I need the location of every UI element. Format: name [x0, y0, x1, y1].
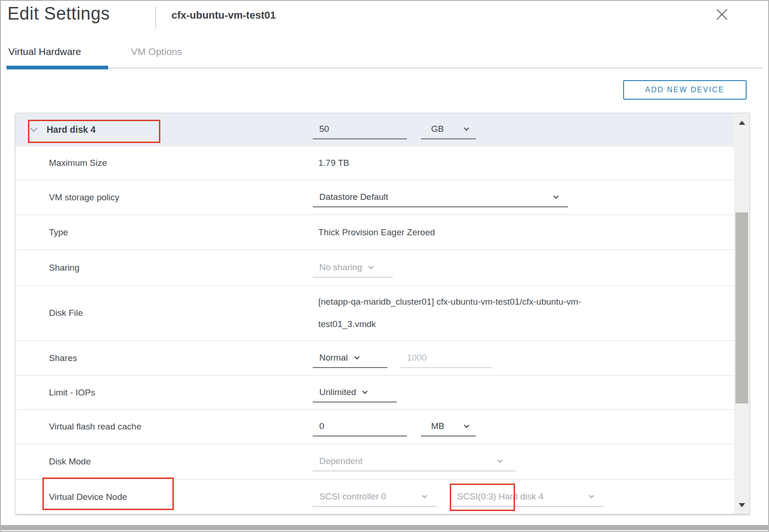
row-flash-read-cache: Virtual flash read cache 0 MB — [15, 410, 734, 444]
title-divider — [155, 7, 156, 29]
row-disk-mode: Disk Mode Dependent — [15, 444, 734, 480]
shares-value: Normal — [319, 353, 348, 362]
storage-policy-value: Datastore Default — [319, 192, 388, 202]
chevron-down-icon — [464, 423, 469, 428]
row-sharing: Sharing No sharing — [15, 250, 734, 286]
row-virtual-device-node: Virtual Device Node SCSI controller 0 SC… — [15, 480, 734, 514]
scsi-controller-value: SCSI controller 0 — [319, 491, 386, 501]
shares-select[interactable]: Normal — [313, 348, 387, 368]
chevron-down-icon — [553, 193, 558, 198]
chevron-down-icon — [354, 354, 359, 359]
chevron-down-icon — [363, 389, 368, 394]
edit-settings-dialog: Edit Settings cfx-ubuntu-vm-test01 Virtu… — [0, 0, 769, 532]
row-shares: Shares Normal 1000 — [15, 341, 734, 376]
chevron-down-icon — [589, 493, 594, 498]
chevron-down-icon — [464, 125, 469, 130]
arrow-down-icon[interactable] — [739, 503, 745, 507]
shares-custom-input[interactable]: 1000 — [400, 348, 492, 368]
page-title: Edit Settings — [7, 4, 110, 24]
chevron-down-icon[interactable] — [30, 125, 38, 132]
close-icon[interactable] — [715, 7, 729, 21]
limit-iops-select[interactable]: Unlimited — [313, 383, 397, 402]
scsi-node-select: SCSI(0:3) Hard disk 4 — [452, 487, 604, 507]
flash-cache-unit-select[interactable]: MB — [421, 417, 476, 437]
dialog-bottom-edge — [1, 525, 768, 530]
add-new-device-button[interactable]: ADD NEW DEVICE — [623, 80, 747, 100]
device-name: Hard disk 4 — [47, 124, 96, 135]
scsi-node-suffix: Hard disk 4 — [496, 491, 543, 501]
scrollbar-thumb[interactable] — [735, 212, 748, 403]
flash-cache-input[interactable]: 0 — [313, 417, 407, 437]
capacity-input[interactable]: 50 — [313, 120, 407, 139]
tab-divider-line — [7, 68, 762, 68]
chevron-down-icon — [497, 457, 502, 463]
row-label: Sharing — [49, 263, 80, 273]
row-maximum-size: Maximum Size 1.79 TB — [15, 147, 734, 180]
tab-active-indicator — [7, 66, 108, 69]
disk-mode-value: Dependent — [319, 456, 363, 466]
row-type: Type Thick Provision Eager Zeroed — [15, 215, 734, 250]
row-vm-storage-policy: VM storage policy Datastore Default — [15, 180, 734, 215]
row-label: Limit - IOPs — [49, 388, 95, 398]
type-value: Thick Provision Eager Zeroed — [318, 227, 435, 238]
flash-cache-unit-value: MB — [431, 421, 445, 431]
scsi-controller-select: SCSI controller 0 — [313, 487, 437, 507]
row-disk-file: Disk File [netapp-qa-maridb_cluster01] c… — [15, 286, 734, 341]
row-label: Disk Mode — [49, 457, 91, 467]
chevron-down-icon — [422, 493, 427, 498]
device-header-row[interactable]: Hard disk 4 50 GB — [15, 113, 734, 147]
row-label: Maximum Size — [49, 158, 107, 168]
capacity-unit-value: GB — [431, 124, 444, 134]
disk-mode-select: Dependent — [313, 452, 516, 471]
limit-iops-value: Unlimited — [319, 387, 356, 397]
vm-name: cfx-ubuntu-vm-test01 — [172, 9, 276, 21]
tab-vm-options[interactable]: VM Options — [131, 46, 182, 57]
row-label: Shares — [49, 353, 77, 363]
row-label: VM storage policy — [49, 192, 119, 203]
sharing-select: No sharing — [313, 258, 393, 278]
arrow-up-icon[interactable] — [739, 121, 745, 125]
row-label: Virtual flash read cache — [49, 422, 141, 432]
row-label: Virtual Device Node — [49, 492, 127, 502]
storage-policy-select[interactable]: Datastore Default — [313, 188, 568, 207]
row-limit-iops: Limit - IOPs Unlimited — [15, 376, 734, 410]
scsi-node-value: SCSI(0:3) — [457, 491, 496, 501]
tab-virtual-hardware[interactable]: Virtual Hardware — [8, 46, 81, 57]
sharing-value: No sharing — [319, 262, 362, 272]
capacity-unit-select[interactable]: GB — [421, 120, 476, 139]
disk-file-value: [netapp-qa-maridb_cluster01] cfx-ubuntu-… — [318, 291, 728, 335]
maximum-size-value: 1.79 TB — [318, 158, 349, 168]
row-label: Type — [49, 227, 68, 238]
row-label: Disk File — [49, 308, 83, 318]
panel-scrollbar[interactable] — [734, 113, 749, 514]
chevron-down-icon — [369, 264, 374, 269]
device-list-panel: Hard disk 4 50 GB Maximum Size 1.79 TB V… — [15, 113, 750, 514]
